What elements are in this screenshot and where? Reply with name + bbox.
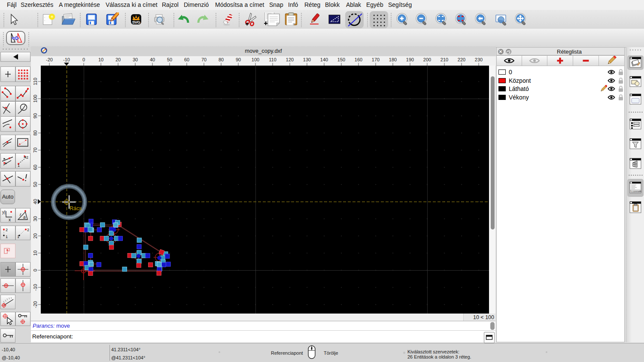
svg-text:2: 2	[26, 155, 28, 160]
svg-text:y|: y|	[2, 210, 6, 214]
svg-text:20: 20	[33, 233, 38, 238]
svg-text:60: 60	[184, 57, 189, 62]
svg-text:160: 160	[355, 57, 362, 62]
svg-text:80: 80	[33, 130, 38, 136]
svg-text:30: 30	[133, 57, 138, 62]
svg-text:SVG: SVG	[132, 20, 140, 24]
svg-text:70: 70	[201, 57, 207, 62]
svg-text:210: 210	[440, 57, 448, 62]
svg-text:0: 0	[33, 269, 38, 272]
svg-text:30: 30	[33, 216, 38, 221]
svg-text:c command: c command	[632, 190, 641, 193]
svg-text:90: 90	[33, 113, 38, 118]
svg-text:1: 1	[17, 235, 19, 239]
svg-text:80: 80	[219, 57, 224, 62]
svg-text:110: 110	[269, 57, 276, 62]
svg-text:a: a	[23, 215, 26, 220]
svg-text:Rács: Rács	[70, 205, 82, 211]
svg-text:50: 50	[167, 57, 172, 62]
svg-text:130: 130	[303, 57, 311, 62]
svg-text:220: 220	[458, 57, 465, 62]
svg-text:2: 2	[27, 228, 29, 232]
svg-text:1: 1	[6, 235, 8, 239]
svg-text:190: 190	[406, 57, 414, 62]
svg-text:10: 10	[33, 250, 38, 256]
svg-text:40: 40	[33, 199, 38, 204]
svg-text:200: 200	[423, 57, 431, 62]
svg-text:40: 40	[150, 57, 155, 62]
svg-text:50: 50	[33, 182, 38, 187]
svg-text:-20: -20	[46, 57, 53, 62]
svg-text:180: 180	[389, 57, 397, 62]
svg-text:140: 140	[320, 57, 328, 62]
svg-text:2: 2	[6, 228, 8, 232]
svg-text:150: 150	[337, 57, 345, 62]
svg-text:100: 100	[252, 57, 259, 62]
svg-text:100: 100	[33, 95, 38, 103]
svg-text:20: 20	[115, 57, 121, 62]
svg-text:-10: -10	[33, 284, 38, 291]
svg-text:90: 90	[236, 57, 241, 62]
svg-text:170: 170	[372, 57, 380, 62]
svg-text:1: 1	[18, 163, 20, 168]
svg-text:0: 0	[82, 57, 85, 62]
svg-text:10: 10	[98, 57, 103, 62]
svg-text:110: 110	[33, 78, 38, 85]
svg-text:-20: -20	[33, 301, 38, 308]
svg-text:70: 70	[33, 148, 38, 153]
svg-text:60: 60	[33, 165, 38, 170]
svg-text:120: 120	[286, 57, 294, 62]
svg-text:-10: -10	[63, 57, 70, 62]
svg-text:230: 230	[475, 57, 483, 62]
svg-text:x: x	[9, 217, 11, 222]
